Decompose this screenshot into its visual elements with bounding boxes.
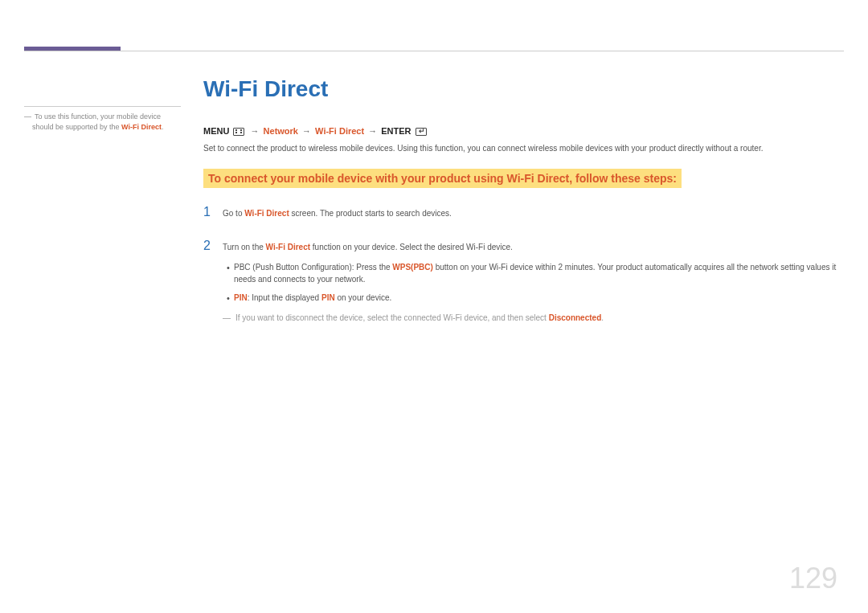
step-body: Go to Wi-Fi Direct screen. The product s… [223,207,837,219]
page-title: Wi-Fi Direct [203,76,837,102]
page-container: ― To use this function, your mobile devi… [0,0,868,613]
step-text: Turn on the [223,243,266,251]
bullet-content: PBC (Push Button Configuration): Press t… [234,261,837,285]
step-1: 1 Go to Wi-Fi Direct screen. The product… [203,202,837,222]
breadcrumb-network: Network [264,126,298,136]
page-number: 129 [789,562,837,595]
bullet-dot-icon: • [223,261,234,285]
bullet-text-red: WPS(PBC) [392,263,433,272]
bullet-text-red: PIN [321,293,335,302]
bullet-text: PBC (Push Button Configuration): Press t… [234,263,392,272]
arrow-icon: → [302,126,311,136]
highlight-heading: To connect your mobile device with your … [203,169,682,188]
sidebar-note-text: To use this function, your mobile device… [32,112,181,132]
bullet-pbc: • PBC (Push Button Configuration): Press… [223,261,837,285]
arrow-icon: → [251,126,260,136]
sidebar-note-red: Wi-Fi Direct [121,123,162,131]
footnote: ―If you want to disconnect the device, s… [223,312,837,324]
footnote-text: If you want to disconnect the device, se… [235,313,549,322]
sidebar-note: ― To use this function, your mobile devi… [24,106,181,132]
menu-icon [233,128,244,136]
step-body: Turn on the Wi-Fi Direct function on you… [223,241,837,324]
step-number: 2 [203,236,223,255]
sub-bullets: • PBC (Push Button Configuration): Press… [223,261,837,305]
sidebar-note-suffix: . [162,123,164,131]
footnote-dash-icon: ― [223,313,231,322]
footnote-text-red: Disconnected [549,313,602,322]
breadcrumb-wifidirect: Wi-Fi Direct [315,126,364,136]
bullet-text: : Input the displayed [248,293,321,302]
step-text-red: Wi-Fi Direct [266,243,310,251]
enter-icon [416,128,427,136]
step-text-red: Wi-Fi Direct [244,209,289,218]
main-content: Wi-Fi Direct MENU → Network → Wi-Fi Dire… [203,76,837,332]
bullet-text-red: PIN [234,293,248,302]
breadcrumb: MENU → Network → Wi-Fi Direct → ENTER [203,126,837,136]
breadcrumb-enter-label: ENTER [381,126,411,136]
bullet-text: on your device. [335,293,392,302]
step-2: 2 Turn on the Wi-Fi Direct function on y… [203,236,837,324]
bullet-content: PIN: Input the displayed PIN on your dev… [234,292,837,305]
sidebar-dash-icon: ― [24,112,31,122]
intro-text: Set to connect the product to wireless m… [203,142,837,154]
arrow-icon: → [368,126,377,136]
bullet-pin: • PIN: Input the displayed PIN on your d… [223,292,837,305]
bullet-dot-icon: • [223,292,234,305]
step-text: Go to [223,209,244,218]
footnote-text: . [601,313,604,322]
step-number: 1 [203,202,223,222]
step-text: screen. The product starts to search dev… [289,209,452,218]
step-text: function on your device. Select the desi… [310,243,513,251]
breadcrumb-menu-label: MENU [203,126,229,136]
top-horizontal-rule [24,51,844,51]
